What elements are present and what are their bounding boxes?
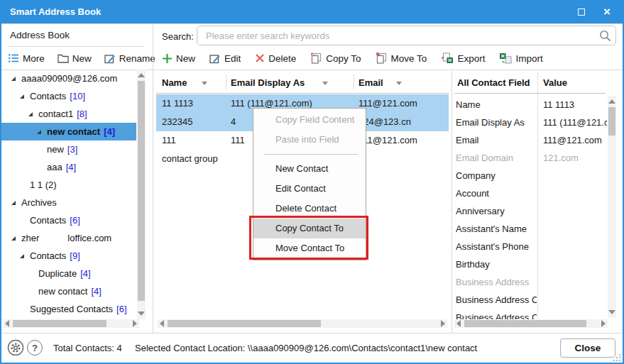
scrollbar-thumb[interactable] bbox=[13, 320, 106, 327]
tree-item-account2[interactable]: zherloffice.com bbox=[1, 229, 136, 247]
expand-arrow-icon bbox=[11, 236, 21, 241]
sidebar-horizontal-scrollbar[interactable] bbox=[3, 319, 139, 328]
field-row[interactable]: Anniversary bbox=[454, 202, 608, 220]
resize-grip[interactable] bbox=[613, 353, 620, 361]
tree-item-aaa[interactable]: aaa[4] bbox=[1, 158, 136, 176]
rename-icon bbox=[104, 53, 116, 64]
menu-separator bbox=[253, 150, 366, 159]
more-button[interactable]: More bbox=[9, 53, 45, 64]
delete-contact-button[interactable]: Delete bbox=[255, 53, 296, 64]
tree-item-contacts-2[interactable]: Contacts[9] bbox=[1, 247, 136, 265]
expand-arrow-icon bbox=[28, 112, 38, 116]
rename-button[interactable]: Rename bbox=[104, 53, 155, 64]
new-label: New bbox=[176, 53, 195, 64]
scroll-up-arrow[interactable] bbox=[138, 73, 145, 77]
tree-item-archives-contacts[interactable]: Contacts[6] bbox=[1, 211, 136, 229]
field-row[interactable]: Email111@121.com bbox=[454, 131, 608, 149]
new-contact-button[interactable]: New bbox=[162, 53, 195, 64]
tree-item-archives[interactable]: Archives bbox=[1, 194, 136, 211]
field-row[interactable]: Birthday bbox=[454, 255, 608, 273]
column-divider bbox=[354, 75, 354, 90]
help-icon[interactable]: ? bbox=[27, 340, 43, 355]
field-row[interactable]: Business Address City bbox=[454, 291, 608, 309]
list-horizontal-scrollbar[interactable] bbox=[158, 319, 447, 328]
scrollbar-thumb[interactable] bbox=[464, 320, 586, 327]
tree-item-new-contact-selected[interactable]: new contact[4] bbox=[1, 123, 136, 140]
close-window-button[interactable]: × bbox=[594, 0, 620, 23]
main-toolbar: New Edit Delete Copy To Move To Export I… bbox=[162, 49, 543, 67]
scroll-right-arrow[interactable] bbox=[601, 320, 606, 327]
field-panel-header-field: All Contact Field bbox=[457, 77, 530, 88]
tree-item-new[interactable]: new[3] bbox=[1, 140, 136, 158]
close-button[interactable]: Close bbox=[560, 338, 615, 358]
tree-item-account1[interactable]: aaaa090909@126.com bbox=[1, 70, 136, 87]
menu-item-paste-into-field[interactable]: Paste into Field bbox=[253, 130, 366, 150]
scrollbar-thumb[interactable] bbox=[168, 320, 321, 327]
annotation-rectangle bbox=[249, 216, 368, 260]
export-button[interactable]: Export bbox=[441, 53, 485, 64]
scroll-down-arrow[interactable] bbox=[608, 310, 615, 314]
new-folder-icon bbox=[58, 53, 69, 63]
edit-icon bbox=[209, 53, 221, 64]
scroll-left-arrow[interactable] bbox=[160, 320, 164, 327]
tree-item-contacts[interactable]: Contacts[10] bbox=[1, 87, 136, 105]
import-button[interactable]: Import bbox=[499, 53, 542, 64]
search-icon[interactable] bbox=[599, 30, 611, 42]
field-horizontal-scrollbar[interactable] bbox=[454, 319, 608, 328]
selected-location-label: Selected Contact Location: \\aaaa090909@… bbox=[135, 343, 477, 353]
export-label: Export bbox=[457, 53, 485, 64]
field-row[interactable]: Account bbox=[454, 184, 608, 202]
menu-item-edit-contact[interactable]: Edit Contact bbox=[253, 179, 366, 199]
new-folder-button[interactable]: New bbox=[58, 53, 92, 64]
scroll-left-arrow[interactable] bbox=[456, 320, 461, 327]
scroll-left-arrow[interactable] bbox=[5, 320, 9, 327]
search-input[interactable] bbox=[197, 26, 616, 45]
field-row[interactable]: Assistant's Name bbox=[454, 220, 608, 238]
field-row[interactable]: Business Address bbox=[454, 273, 608, 291]
edit-label: Edit bbox=[224, 53, 241, 64]
tree-item-duplicate[interactable]: Duplicate[4] bbox=[1, 265, 136, 282]
edit-contact-button[interactable]: Edit bbox=[209, 53, 241, 64]
column-header-name[interactable]: Name bbox=[162, 77, 187, 88]
column-divider bbox=[226, 75, 226, 90]
scrollbar-thumb[interactable] bbox=[138, 81, 145, 301]
sort-arrow-icon[interactable] bbox=[202, 82, 207, 85]
title-bar[interactable]: Smart Address Book × bbox=[0, 0, 624, 23]
sidebar-vertical-scrollbar[interactable] bbox=[137, 70, 146, 319]
delete-x-icon bbox=[255, 53, 265, 63]
field-row[interactable]: Name11 1113 bbox=[454, 96, 608, 114]
total-contacts-label: Total Contacts: 4 bbox=[53, 343, 122, 353]
scroll-right-arrow[interactable] bbox=[441, 320, 445, 327]
move-pages-icon bbox=[376, 53, 388, 64]
column-header-email[interactable]: Email bbox=[358, 77, 383, 88]
maximize-button[interactable] bbox=[569, 0, 594, 23]
copy-to-button[interactable]: Copy To bbox=[310, 53, 361, 64]
contact-count: [8] bbox=[77, 105, 87, 123]
scroll-right-arrow[interactable] bbox=[133, 320, 137, 327]
field-vertical-scrollbar[interactable] bbox=[608, 96, 616, 318]
field-row[interactable]: Assistant's Phone bbox=[454, 238, 608, 255]
menu-item-new-contact[interactable]: New Contact bbox=[253, 159, 366, 179]
scroll-down-arrow[interactable] bbox=[138, 311, 145, 316]
column-header-display-as[interactable]: Email Display As bbox=[231, 77, 305, 88]
field-row[interactable]: Email Display As111 (111@121.com) bbox=[454, 114, 608, 131]
question-glyph: ? bbox=[32, 343, 38, 353]
tree-item-1-1[interactable]: 1 1 (2) bbox=[1, 176, 136, 194]
sidebar-divider bbox=[153, 24, 153, 333]
copy-pages-icon bbox=[310, 53, 322, 64]
expand-arrow-icon bbox=[11, 201, 21, 205]
field-row[interactable]: Company bbox=[454, 167, 608, 184]
sort-arrow-icon[interactable] bbox=[396, 82, 402, 85]
sidebar-toolbar: More New Rename bbox=[9, 50, 155, 67]
field-row[interactable]: Email Domain121.com bbox=[454, 149, 608, 167]
sort-arrow-icon[interactable] bbox=[322, 82, 328, 85]
tree-item-new-contact-2[interactable]: new contact[4] bbox=[1, 282, 136, 300]
tree-item-suggested-contacts[interactable]: Suggested Contacts[6] bbox=[1, 300, 136, 318]
menu-item-copy-field-content[interactable]: Copy Field Content bbox=[253, 110, 366, 130]
scrollbar-thumb[interactable] bbox=[608, 107, 615, 136]
scroll-up-arrow[interactable] bbox=[608, 99, 615, 104]
gear-icon[interactable] bbox=[7, 339, 24, 356]
export-excel-icon bbox=[441, 53, 454, 64]
tree-item-contact1[interactable]: contact1[8] bbox=[1, 105, 136, 123]
move-to-button[interactable]: Move To bbox=[376, 53, 427, 64]
